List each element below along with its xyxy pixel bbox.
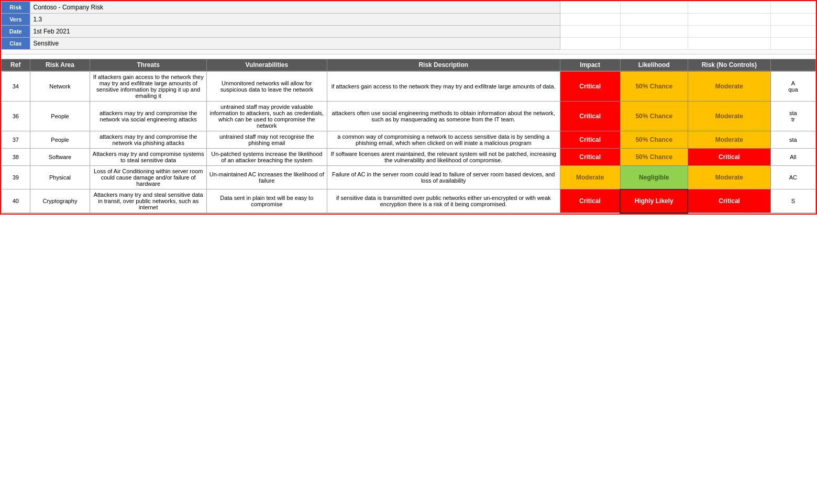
header-ref: Ref bbox=[2, 59, 30, 71]
table-cell: Network bbox=[30, 72, 90, 102]
table-cell: Critical bbox=[560, 149, 620, 166]
table-cell: 40 bbox=[2, 189, 30, 213]
empty-cell bbox=[688, 38, 770, 50]
table-cell: AC bbox=[770, 166, 815, 189]
table-cell: 50% Chance bbox=[620, 131, 688, 149]
header-risk-description: Risk Description bbox=[327, 59, 560, 71]
table-cell: Critical bbox=[560, 102, 620, 131]
meta-class-row: Clas Sensitive bbox=[2, 38, 816, 50]
table-cell: Moderate bbox=[688, 102, 770, 131]
table-cell: Attackers many try and steal sensitive d… bbox=[90, 189, 207, 213]
table-row: 37Peopleattackers may try and compromise… bbox=[2, 131, 816, 149]
empty-cell bbox=[560, 14, 620, 26]
table-cell: Moderate bbox=[688, 166, 770, 189]
table-cell: Un-patched systems increase the likeliho… bbox=[206, 149, 327, 166]
empty-cell bbox=[688, 26, 770, 38]
table-row: 40CryptographyAttackers many try and ste… bbox=[2, 189, 816, 213]
table-cell: attackers may try and compromise the net… bbox=[90, 102, 207, 131]
table-row: 34NetworkIf attackers gain access to the… bbox=[2, 72, 816, 102]
table-cell: Moderate bbox=[560, 166, 620, 189]
header-vulnerabilities: Vulnerabilities bbox=[206, 59, 327, 71]
table-cell: If attackers gain access to the network … bbox=[90, 72, 207, 102]
table-cell: 37 bbox=[2, 131, 30, 149]
table-cell: 50% Chance bbox=[620, 72, 688, 102]
table-cell: Critical bbox=[688, 149, 770, 166]
empty-row bbox=[2, 54, 816, 59]
table-cell: Negligible bbox=[620, 166, 688, 189]
table-cell: Data sent in plain text will be easy to … bbox=[206, 189, 327, 213]
empty-cell bbox=[620, 38, 688, 50]
table-row: 36Peopleattackers may try and compromise… bbox=[2, 102, 816, 131]
header-risk-no-controls: Risk (No Controls) bbox=[688, 59, 770, 71]
table-cell: attackers often use social engineering m… bbox=[327, 102, 560, 131]
class-value: Sensitive bbox=[30, 38, 560, 50]
header-likelihood: Likelihood bbox=[620, 59, 688, 71]
table-row: 39PhysicalLoss of Air Conditioning withi… bbox=[2, 166, 816, 189]
table-cell: Highly Likely bbox=[620, 189, 688, 213]
table-cell: Attackers may try and compromise systems… bbox=[90, 149, 207, 166]
table-cell: 34 bbox=[2, 72, 30, 102]
table-cell: 38 bbox=[2, 149, 30, 166]
table-cell: Critical bbox=[688, 189, 770, 213]
empty-cell bbox=[620, 26, 688, 38]
table-cell: untrained staff may provide valuable inf… bbox=[206, 102, 327, 131]
table-cell: sta tr bbox=[770, 102, 815, 131]
table-cell: If software licenses arent maintained, t… bbox=[327, 149, 560, 166]
table-cell: sta bbox=[770, 131, 815, 149]
risk-label: Risk bbox=[2, 2, 30, 14]
table-cell: untrained staff may not recognise the ph… bbox=[206, 131, 327, 149]
table-cell: 50% Chance bbox=[620, 102, 688, 131]
empty-cell bbox=[560, 38, 620, 50]
table-cell: Critical bbox=[560, 72, 620, 102]
empty-cell bbox=[560, 26, 620, 38]
empty-cell bbox=[770, 2, 815, 14]
empty-cell bbox=[770, 26, 815, 38]
table-cell: Critical bbox=[560, 189, 620, 213]
table-cell: Loss of Air Conditioning within server r… bbox=[90, 166, 207, 189]
class-label: Clas bbox=[2, 38, 30, 50]
table-cell: 36 bbox=[2, 102, 30, 131]
table-cell: Physical bbox=[30, 166, 90, 189]
table-header: Ref Risk Area Threats Vulnerabilities Ri… bbox=[2, 59, 816, 71]
table-cell: attackers may try and compromise the net… bbox=[90, 131, 207, 149]
table-cell: Moderate bbox=[688, 131, 770, 149]
version-value: 1.3 bbox=[30, 14, 560, 26]
table-cell: People bbox=[30, 102, 90, 131]
table-cell: if attackers gain access to the network … bbox=[327, 72, 560, 102]
empty-cell bbox=[620, 2, 688, 14]
table-cell: Moderate bbox=[688, 72, 770, 102]
empty-cell bbox=[770, 38, 815, 50]
header-risk-area: Risk Area bbox=[30, 59, 90, 71]
empty-cell bbox=[620, 14, 688, 26]
table-cell: All bbox=[770, 149, 815, 166]
table-cell: Cryptography bbox=[30, 189, 90, 213]
date-value: 1st Feb 2021 bbox=[30, 26, 560, 38]
table-cell: Un-maintained AC increases the likelihoo… bbox=[206, 166, 327, 189]
empty-cell bbox=[688, 14, 770, 26]
table-cell: A qua bbox=[770, 72, 815, 102]
meta-date-row: Date 1st Feb 2021 bbox=[2, 26, 816, 38]
table-cell: Software bbox=[30, 149, 90, 166]
header-threats: Threats bbox=[90, 59, 207, 71]
meta-version-row: Vers 1.3 bbox=[2, 14, 816, 26]
table-cell: 39 bbox=[2, 166, 30, 189]
header-extra bbox=[770, 59, 815, 71]
table-cell: 50% Chance bbox=[620, 149, 688, 166]
date-label: Date bbox=[2, 26, 30, 38]
table-cell: S bbox=[770, 189, 815, 213]
empty-cell bbox=[688, 2, 770, 14]
table-cell: Unmonitored networks will allow for susp… bbox=[206, 72, 327, 102]
table-cell: People bbox=[30, 131, 90, 149]
table-cell: if sensitive data is transmitted over pu… bbox=[327, 189, 560, 213]
table-cell: Failure of AC in the server room could l… bbox=[327, 166, 560, 189]
empty-cell bbox=[560, 2, 620, 14]
risk-value: Contoso - Company Risk bbox=[30, 2, 560, 14]
header-impact: Impact bbox=[560, 59, 620, 71]
empty-cell bbox=[770, 14, 815, 26]
version-label: Vers bbox=[2, 14, 30, 26]
table-cell: a common way of compromising a network t… bbox=[327, 131, 560, 149]
table-row: 38SoftwareAttackers may try and compromi… bbox=[2, 149, 816, 166]
meta-risk-row: Risk Contoso - Company Risk bbox=[2, 2, 816, 14]
spacer-row bbox=[2, 50, 816, 54]
table-cell: Critical bbox=[560, 131, 620, 149]
